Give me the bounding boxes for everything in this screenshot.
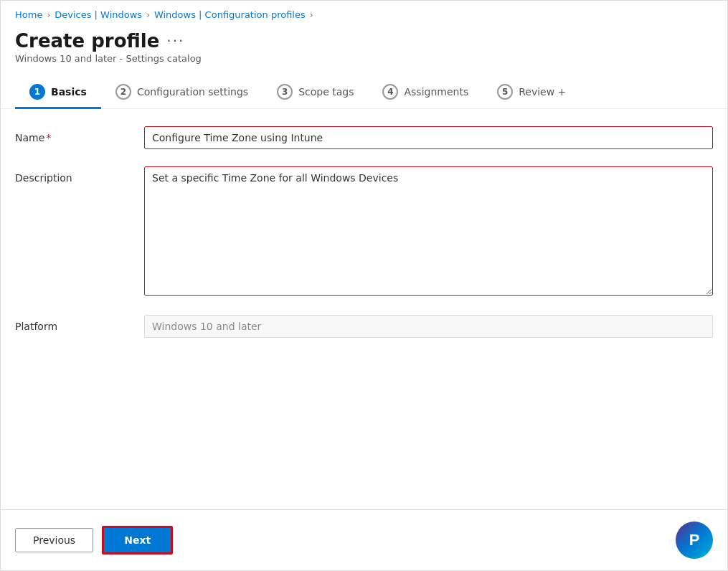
page-title: Create profile [15, 30, 159, 52]
name-label: Name* [15, 126, 144, 143]
tab-review-number: 5 [497, 84, 513, 100]
description-textarea[interactable]: Set a specific Time Zone for all Windows… [144, 166, 713, 296]
form-content: Name* Description Set a specific Time Zo… [1, 109, 727, 509]
tab-configuration[interactable]: 2 Configuration settings [101, 75, 263, 108]
name-input[interactable] [144, 126, 713, 149]
description-input-area: Set a specific Time Zone for all Windows… [144, 166, 713, 298]
description-label: Description [15, 166, 144, 184]
tab-assignments-label: Assignments [404, 86, 468, 98]
tab-basics-number: 1 [29, 84, 45, 100]
platform-input-area [144, 315, 713, 338]
description-row: Description Set a specific Time Zone for… [15, 166, 713, 298]
breadcrumb-profiles[interactable]: Windows | Configuration profiles [154, 9, 306, 20]
tab-configuration-number: 2 [115, 84, 131, 100]
breadcrumb-sep-1: › [47, 10, 50, 20]
logo-icon: P [676, 522, 713, 559]
name-required: * [46, 132, 51, 143]
tab-review-label: Review + [519, 86, 566, 98]
platform-row: Platform [15, 315, 713, 338]
tab-configuration-label: Configuration settings [137, 86, 248, 98]
platform-label: Platform [15, 315, 144, 332]
tab-basics[interactable]: 1 Basics [15, 75, 101, 108]
more-options-icon[interactable]: ··· [166, 32, 184, 49]
footer: Previous Next P [1, 509, 727, 570]
name-input-area [144, 126, 713, 149]
breadcrumb-sep-2: › [146, 10, 150, 20]
breadcrumb-home[interactable]: Home [15, 9, 42, 20]
logo-area: P [676, 522, 713, 559]
next-button[interactable]: Next [102, 526, 173, 555]
name-row: Name* [15, 126, 713, 149]
page-wrapper: Home › Devices | Windows › Windows | Con… [0, 0, 728, 571]
breadcrumb-devices[interactable]: Devices | Windows [55, 9, 142, 20]
breadcrumb: Home › Devices | Windows › Windows | Con… [1, 1, 727, 24]
tab-scope-number: 3 [277, 84, 293, 100]
breadcrumb-sep-3: › [310, 10, 313, 20]
tabs-bar: 1 Basics 2 Configuration settings 3 Scop… [1, 75, 727, 109]
platform-input [144, 315, 713, 338]
tab-basics-label: Basics [51, 86, 87, 98]
tab-assignments[interactable]: 4 Assignments [368, 75, 483, 108]
page-header: Create profile ··· Windows 10 and later … [1, 24, 727, 75]
tab-review[interactable]: 5 Review + [483, 75, 580, 108]
previous-button[interactable]: Previous [15, 528, 93, 552]
tab-scope[interactable]: 3 Scope tags [263, 75, 368, 108]
tab-assignments-number: 4 [382, 84, 398, 100]
tab-scope-label: Scope tags [298, 86, 354, 98]
page-subtitle: Windows 10 and later - Settings catalog [15, 53, 713, 64]
footer-left: Previous Next [15, 526, 173, 555]
